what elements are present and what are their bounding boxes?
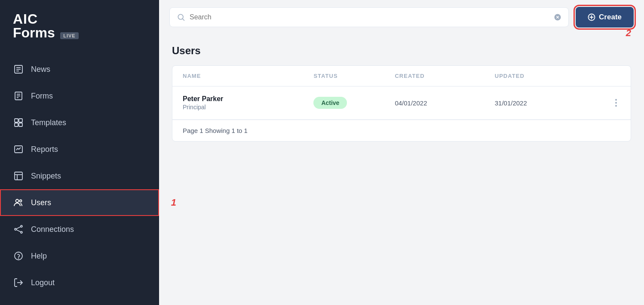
svg-line-27 — [183, 19, 184, 21]
sidebar-item-help[interactable]: Help — [0, 243, 159, 269]
reports-icon — [13, 144, 24, 155]
search-box — [169, 7, 569, 27]
col-actions — [595, 73, 620, 79]
user-updated: 31/01/2022 — [495, 99, 588, 107]
svg-point-26 — [178, 14, 183, 19]
svg-rect-8 — [15, 119, 18, 122]
sidebar-item-forms-label: Forms — [31, 92, 53, 101]
logo-forms: Forms — [13, 25, 55, 40]
svg-point-19 — [21, 225, 22, 227]
svg-point-35 — [615, 102, 617, 104]
sidebar-item-news-label: News — [31, 65, 50, 74]
users-table: NAME STATUS CREATED UPDATED Peter Parker… — [172, 65, 631, 142]
sidebar: AIC Forms LIVE News — [0, 0, 159, 305]
create-button[interactable]: Create — [576, 7, 634, 28]
user-created: 04/01/2022 — [395, 99, 488, 107]
table-row: Peter Parker Principal Active 04/01/2022… — [172, 86, 631, 120]
svg-line-21 — [16, 227, 21, 229]
col-created: CREATED — [395, 73, 488, 79]
search-clear-icon[interactable] — [554, 13, 561, 21]
svg-point-20 — [21, 231, 22, 233]
user-role: Principal — [183, 104, 307, 111]
annotation-2: 2 — [626, 28, 631, 39]
sidebar-item-reports-label: Reports — [31, 145, 58, 154]
svg-rect-13 — [15, 172, 22, 180]
user-status-cell: Active — [313, 97, 388, 109]
sidebar-item-templates-label: Templates — [31, 118, 66, 127]
sidebar-item-templates[interactable]: Templates — [0, 109, 159, 136]
svg-point-24 — [18, 258, 19, 259]
svg-point-16 — [16, 200, 19, 203]
connections-icon — [13, 224, 24, 235]
logo: AIC Forms LIVE — [0, 0, 159, 52]
logo-aic: AIC — [13, 12, 146, 26]
main-content: Create 2 Users NAME STATUS CREATED UPDAT… — [159, 0, 644, 305]
sidebar-item-snippets-label: Snippets — [31, 172, 61, 181]
create-label: Create — [599, 13, 622, 22]
sidebar-item-forms[interactable]: Forms — [0, 83, 159, 109]
sidebar-item-snippets[interactable]: Snippets — [0, 163, 159, 189]
sidebar-item-connections-label: Connections — [31, 225, 74, 234]
templates-icon — [13, 117, 24, 128]
svg-line-22 — [16, 230, 21, 232]
forms-icon — [13, 90, 24, 102]
search-input[interactable] — [190, 13, 549, 21]
svg-rect-9 — [19, 119, 22, 122]
sidebar-item-users[interactable]: Users 1 — [0, 189, 159, 216]
news-icon — [13, 64, 24, 75]
svg-point-17 — [20, 200, 22, 202]
svg-point-18 — [15, 228, 16, 230]
logo-live-badge: LIVE — [60, 32, 78, 39]
svg-rect-10 — [15, 123, 18, 126]
sidebar-item-users-label: Users — [31, 198, 51, 207]
snippets-icon — [13, 170, 24, 182]
topbar: Create 2 — [159, 0, 644, 34]
user-name: Peter Parker — [183, 95, 307, 103]
users-icon — [13, 197, 24, 208]
search-icon — [177, 13, 185, 22]
col-status: STATUS — [313, 73, 388, 79]
sidebar-item-news[interactable]: News — [0, 56, 159, 83]
pagination: Page 1 Showing 1 to 1 — [172, 120, 631, 141]
page-title: Users — [172, 45, 631, 57]
sidebar-item-logout-label: Logout — [31, 278, 55, 287]
svg-point-34 — [615, 99, 617, 101]
sidebar-item-logout[interactable]: Logout — [0, 269, 159, 296]
actions-cell — [595, 97, 620, 108]
sidebar-nav: News Forms — [0, 52, 159, 305]
status-badge: Active — [313, 97, 347, 109]
content-area: Users NAME STATUS CREATED UPDATED Peter … — [159, 34, 644, 305]
sidebar-item-help-label: Help — [31, 252, 47, 261]
col-name: NAME — [183, 73, 307, 79]
create-button-wrap: Create 2 — [576, 7, 634, 28]
row-actions-button[interactable] — [612, 97, 620, 108]
col-updated: UPDATED — [495, 73, 588, 79]
sidebar-item-reports[interactable]: Reports — [0, 136, 159, 163]
user-name-cell: Peter Parker Principal — [183, 95, 307, 111]
svg-rect-11 — [19, 123, 22, 126]
annotation-1: 1 — [171, 197, 176, 208]
table-header: NAME STATUS CREATED UPDATED — [172, 66, 631, 86]
logout-icon — [13, 277, 24, 288]
sidebar-item-connections[interactable]: Connections — [0, 216, 159, 243]
svg-point-36 — [615, 105, 617, 107]
help-icon — [13, 250, 24, 262]
